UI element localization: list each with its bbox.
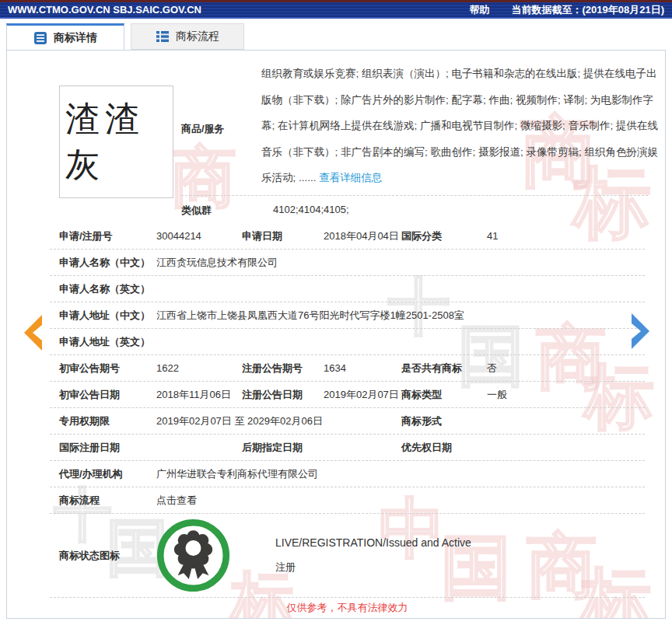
field-value: 41 [487,230,645,242]
field-label: 申请人名称（中文） [59,256,156,270]
status-content: LIVE/REGISTRATION/Issued and Active 注册 [156,519,645,592]
field-label: 代理/办理机构 [59,467,156,481]
field-label: 申请人名称（英文） [59,282,156,296]
goods-services-text: 组织教育或娱乐竞赛; 组织表演（演出）; 电子书籍和杂志的在线出版; 提供在线电… [261,61,661,191]
field-value: 2018年11月06日 [156,388,242,402]
field-label: 优先权日期 [401,441,487,455]
field-label: 国际分类 [401,229,487,243]
tab-trademark-process[interactable]: 商标流程 [131,23,244,50]
site-domains: WWW.CTMO.GOV.CN SBJ.SAIC.GOV.CN [8,4,201,16]
field-label: 初审公告期号 [59,361,156,375]
goods-services-label: 商品/服务 [181,122,225,136]
field-label: 注册公告日期 [242,388,324,402]
list-icon [156,30,170,44]
field-rows: 申请/注册号 30044214 申请日期 2018年04月04日 国际分类 41… [50,223,645,618]
tab-trademark-details[interactable]: 商标详情 [6,23,124,50]
goods-services-value: 组织教育或娱乐竞赛; 组织表演（演出）; 电子书籍和杂志的在线出版; 提供在线电… [261,68,658,183]
similar-group-label: 类似群 [181,204,212,218]
status-line-chinese: 注册 [275,560,471,574]
field-value: 广州华进联合专利商标代理有限公司 [156,467,645,481]
field-value: 2018年04月04日 [324,229,401,243]
field-value: 江西省上饶市上饶县凤凰西大道76号阳光时代写字楼1幢2501-2508室 [156,309,645,323]
document-lines-icon [33,31,47,45]
next-arrow-icon[interactable] [627,311,658,354]
top-bar: WWW.CTMO.GOV.CN SBJ.SAIC.GOV.CN 帮助 当前数据截… [0,0,672,19]
field-label: 商标流程 [59,494,156,508]
field-value: 江西贪玩信息技术有限公司 [156,256,645,270]
field-label: 申请人地址（中文） [59,309,156,323]
table-row: 初审公告日期 2018年11月06日 注册公告日期 2019年02月07日 商标… [50,382,645,408]
help-link[interactable]: 帮助 [470,3,490,17]
field-label: 申请/注册号 [59,229,156,243]
trademark-detail-panel: 商 商 标 十 国 商 标 十 国 中 国 商 标 标 渣渣灰 商品/服务 组织… [6,50,666,619]
disclaimer-text: 仅供参考，不具有法律效力 [50,598,645,618]
tab-bar: 商标详情 商标流程 [6,23,244,50]
trademark-status-row: 商标状态图标 [50,514,645,598]
table-row: 申请人名称（中文） 江西贪玩信息技术有限公司 [50,250,645,276]
field-label: 注册公告期号 [242,361,324,375]
field-value: 2019年02月07日 至 2029年02月06日 [156,414,401,428]
trademark-text: 渣渣灰 [65,96,173,188]
table-row: 国际注册日期 后期指定日期 优先权日期 [50,435,645,461]
data-cutoff-date: 当前数据截至：(2019年08月21日) [512,3,665,17]
field-value: 1634 [324,362,401,374]
table-row: 申请人地址（英文） [50,329,645,355]
field-label: 专用权期限 [59,414,156,428]
field-label: 初审公告日期 [59,388,156,402]
trademark-image: 渣渣灰 [59,86,173,198]
table-row: 初审公告期号 1622 注册公告期号 1634 是否共有商标 否 [50,355,645,382]
field-label: 商标状态图标 [59,549,156,563]
field-label: 是否共有商标 [401,361,487,375]
field-value: 1622 [156,362,242,374]
field-label: 申请人地址（英文） [59,335,156,349]
field-value: 一般 [487,388,645,402]
field-label: 商标类型 [401,388,487,402]
table-row: 商标流程 点击查看 [50,487,645,514]
table-row: 代理/办理机构 广州华进联合专利商标代理有限公司 [50,461,645,487]
field-label: 商标形式 [401,414,487,428]
tab-label: 商标详情 [54,31,97,45]
status-line-english: LIVE/REGISTRATION/Issued and Active [275,536,471,549]
divider [181,195,648,196]
table-row: 申请人名称（英文） [50,276,645,302]
click-to-view-link[interactable]: 点击查看 [156,494,645,508]
table-row: 申请/注册号 30044214 申请日期 2018年04月04日 国际分类 41 [50,223,645,250]
table-row: 专用权期限 2019年02月07日 至 2029年02月06日 商标形式 [50,408,645,435]
similar-group-value: 4102;4104;4105; [273,204,349,215]
previous-arrow-icon[interactable] [16,312,47,356]
view-details-link[interactable]: 查看详细信息 [319,172,382,183]
field-label: 后期指定日期 [242,441,324,455]
field-value: 2019年02月07日 [324,388,401,402]
status-text: LIVE/REGISTRATION/Issued and Active 注册 [275,536,471,574]
table-row: 申请人地址（中文） 江西省上饶市上饶县凤凰西大道76号阳光时代写字楼1幢2501… [50,302,645,329]
field-label: 国际注册日期 [59,441,156,455]
field-label: 申请日期 [242,229,324,243]
field-value: 否 [487,361,645,375]
field-value: 30044214 [156,230,242,242]
tab-label: 商标流程 [176,30,219,44]
registration-badge-icon [156,519,230,592]
